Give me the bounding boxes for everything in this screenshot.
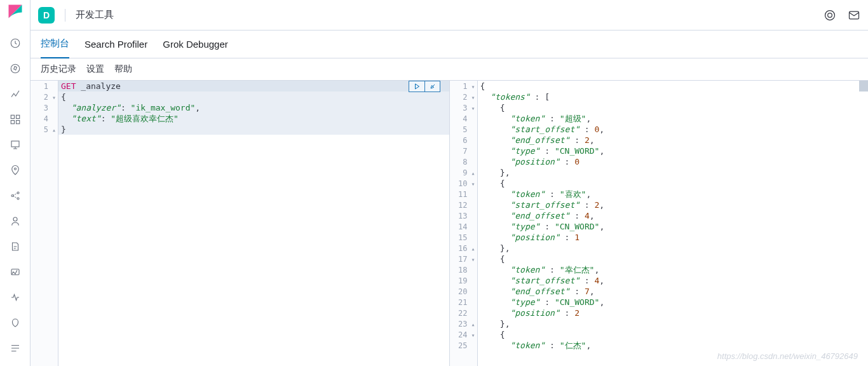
toolbar-history[interactable]: 历史记录: [41, 64, 76, 75]
nav-metrics-icon[interactable]: [0, 208, 31, 234]
code-line: 2▾{: [31, 92, 449, 102]
nav-siem-icon[interactable]: [0, 310, 31, 336]
fold-toggle-icon[interactable]: ▾: [50, 92, 58, 103]
nav-logs-icon[interactable]: [0, 234, 31, 259]
code-line: 4 "token" : "超级",: [450, 113, 869, 124]
help-icon[interactable]: [824, 9, 836, 22]
fold-toggle-icon[interactable]: ▾: [469, 330, 478, 341]
code-line: 16▴ },: [450, 243, 869, 254]
nav-ml-icon[interactable]: [0, 183, 31, 208]
code-line: 17▾ {: [450, 254, 869, 264]
fold-toggle-icon[interactable]: ▾: [469, 81, 478, 92]
svg-point-8: [11, 195, 13, 197]
code-line: 7 "type" : "CN_WORD",: [450, 146, 869, 156]
svg-rect-3: [16, 115, 19, 118]
fold-toggle-icon[interactable]: ▾: [469, 179, 478, 189]
fold-toggle-icon[interactable]: ▾: [469, 92, 478, 103]
code-line: 6 "end_offset" : 2,: [450, 135, 869, 146]
toolbar-help[interactable]: 帮助: [114, 64, 132, 75]
response-viewer[interactable]: ⋮ 1▾{2▾ "tokens" : [3▾ {4 "token" : "超级"…: [450, 81, 869, 366]
fold-toggle-icon[interactable]: ▾: [469, 103, 478, 114]
svg-rect-6: [11, 141, 19, 147]
code-line: 25 "token" : "仁杰",: [450, 340, 869, 351]
code-line: 3 "analyzer": "ik_max_word",: [31, 102, 449, 113]
request-actions: [409, 81, 440, 92]
code-line: 20 "end_offset" : 7,: [450, 286, 869, 297]
code-line: 19 "start_offset" : 4,: [450, 275, 869, 286]
toolbar-settings[interactable]: 设置: [86, 64, 104, 75]
fold-toggle-icon[interactable]: ▴: [50, 125, 58, 135]
code-line: 5▴}: [31, 124, 449, 135]
main-area: D 开发工具 控制台 Search Profiler Grok Debugger…: [31, 0, 868, 366]
code-line: 9▴ },: [450, 167, 869, 178]
nav-canvas-icon[interactable]: [0, 132, 31, 158]
send-request-button[interactable]: [409, 81, 424, 92]
tabs: 控制台 Search Profiler Grok Debugger: [31, 30, 868, 58]
fold-toggle-icon[interactable]: ▴: [469, 243, 478, 254]
code-line: 4 "text": "超级喜欢幸仁杰": [31, 113, 449, 124]
nav-maps-icon[interactable]: [0, 158, 31, 183]
editors: 1GET _analyze2▾{3 "analyzer": "ik_max_wo…: [31, 80, 868, 366]
code-line: 22 "position" : 2: [450, 308, 869, 318]
fold-toggle-icon[interactable]: ▾: [469, 254, 478, 265]
svg-point-14: [828, 13, 832, 17]
svg-rect-2: [11, 115, 14, 118]
code-line: 24▾ {: [450, 329, 869, 340]
nav-uptime-icon[interactable]: [0, 285, 31, 310]
code-line: 18 "token" : "幸仁杰",: [450, 264, 869, 275]
svg-point-13: [825, 10, 835, 20]
request-editor[interactable]: 1GET _analyze2▾{3 "analyzer": "ik_max_wo…: [31, 81, 450, 366]
nav-discover-icon[interactable]: [0, 56, 31, 81]
breadcrumb-title: 开发工具: [76, 9, 114, 21]
nav-collapse-icon[interactable]: [0, 336, 31, 361]
svg-rect-5: [16, 121, 19, 124]
newsfeed-icon[interactable]: [848, 9, 860, 22]
svg-point-7: [14, 168, 16, 170]
nav-rail: [0, 0, 31, 366]
code-line: 2▾ "tokens" : [: [450, 92, 869, 102]
code-line: 1GET _analyze: [31, 81, 449, 92]
svg-rect-4: [11, 121, 14, 124]
tab-console[interactable]: 控制台: [41, 30, 69, 58]
kibana-logo-icon[interactable]: [8, 4, 23, 19]
code-line: 11 "token" : "喜欢",: [450, 189, 869, 200]
code-line: 12 "start_offset" : 2,: [450, 200, 869, 210]
nav-dashboard-icon[interactable]: [0, 107, 31, 132]
code-line: 23▴ },: [450, 318, 869, 329]
svg-point-10: [17, 198, 19, 200]
tab-grok-debugger[interactable]: Grok Debugger: [163, 30, 228, 58]
nav-visualize-icon[interactable]: [0, 81, 31, 107]
fold-toggle-icon[interactable]: ▴: [469, 319, 478, 330]
nav-apm-icon[interactable]: [0, 259, 31, 285]
request-options-button[interactable]: [424, 81, 440, 92]
code-line: 21 "type" : "CN_WORD",: [450, 297, 869, 308]
code-line: 3▾ {: [450, 102, 869, 113]
code-line: 10▾ {: [450, 178, 869, 189]
space-badge[interactable]: D: [38, 7, 55, 24]
code-line: 1▾{: [450, 81, 869, 92]
svg-rect-15: [850, 11, 859, 19]
fold-toggle-icon[interactable]: ▴: [469, 168, 478, 179]
svg-point-11: [13, 217, 17, 221]
tab-search-profiler[interactable]: Search Profiler: [85, 30, 147, 58]
code-line: 5 "start_offset" : 0,: [450, 124, 869, 135]
nav-recent-icon[interactable]: [0, 30, 31, 56]
code-line: 13 "end_offset" : 4,: [450, 210, 869, 221]
svg-point-9: [17, 192, 19, 194]
svg-point-1: [11, 64, 20, 73]
code-line: 8 "position" : 0: [450, 156, 869, 167]
code-line: 15 "position" : 1: [450, 232, 869, 243]
toolbar: 历史记录 设置 帮助: [31, 58, 868, 80]
code-line: 14 "type" : "CN_WORD",: [450, 221, 869, 232]
topbar: D 开发工具: [31, 0, 868, 30]
